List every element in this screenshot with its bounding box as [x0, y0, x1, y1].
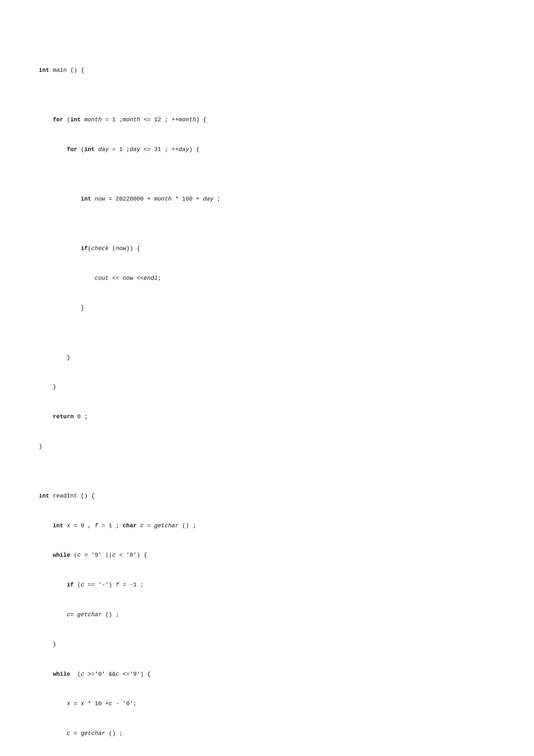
var-f: f	[95, 523, 98, 529]
var-c6: c	[81, 671, 84, 677]
var-day: day	[98, 146, 109, 153]
keyword-int2: int	[84, 146, 94, 153]
code-line: if (c == '-') f = -1 ;	[39, 580, 495, 590]
code-line: x = x * 10 +c - '0';	[39, 699, 495, 709]
var-month3: month	[178, 117, 196, 123]
code-line: }	[39, 303, 495, 313]
code-line: }	[39, 382, 495, 392]
var-endl: endl	[144, 275, 157, 282]
keyword-int: int	[70, 117, 81, 123]
var-day4: day	[203, 196, 213, 202]
code-display: int main () { for (int month = 1 ;month …	[39, 26, 495, 756]
code-line: int readInt () {	[39, 491, 495, 501]
code-line: c= getchar () ;	[39, 610, 495, 620]
var-c8: c	[109, 700, 112, 707]
keyword-return: return	[53, 414, 74, 420]
keyword-int3: int	[81, 196, 91, 202]
var-x2: x	[67, 700, 70, 707]
var-getchar2: getchar	[77, 611, 102, 618]
code-line: }	[39, 353, 495, 363]
keyword-int: int	[39, 67, 49, 73]
var-day2: day	[130, 146, 140, 153]
keyword-int4: int	[39, 493, 49, 499]
keyword-for: for	[53, 117, 63, 123]
var-check: check	[91, 245, 109, 252]
var-getchar: getchar	[154, 523, 179, 529]
var-c: c	[140, 523, 144, 529]
var-c2: c	[77, 552, 81, 558]
keyword-for2: for	[67, 146, 77, 153]
var-c7: c	[116, 671, 120, 677]
var-getchar3: getchar	[81, 730, 105, 737]
code-line: cout << now <<endl;	[39, 273, 495, 284]
var-cout: cout	[95, 275, 109, 282]
code-line: while (c >='0' &&c <='9') {	[39, 669, 495, 679]
keyword-if2: if	[67, 581, 74, 588]
var-c3: c	[112, 552, 116, 558]
code-line: return 0 ;	[39, 412, 495, 422]
var-month: month	[84, 117, 101, 123]
code-line: c = getchar () ;	[39, 728, 495, 739]
var-day3: day	[178, 146, 189, 153]
code-line: int main () {	[39, 65, 495, 75]
code-line: while (c > '9' ||c < '0') {	[39, 550, 495, 560]
keyword-char: char	[122, 523, 137, 529]
code-line: int x = 0 , f = 1 ; char c = getchar () …	[39, 521, 495, 531]
code-line: int now = 20220000 + month * 100 + day ;	[39, 194, 495, 204]
keyword-while2: while	[53, 671, 70, 677]
var-c5: c	[67, 611, 70, 618]
var-now3: now	[122, 275, 133, 282]
code-line: }	[39, 442, 495, 452]
code-line: if(check (now)) {	[39, 244, 495, 254]
var-x: x	[67, 523, 70, 529]
var-f2: f	[116, 581, 120, 588]
var-now2: now	[116, 245, 126, 252]
code-line: for (int day = 1 ;day <= 31 ; ++day) {	[39, 145, 495, 155]
var-c9: c	[67, 730, 70, 737]
code-line: for (int month = 1 ;month <= 12 ; ++mont…	[39, 115, 495, 125]
code-line: }	[39, 639, 495, 650]
keyword-if: if	[81, 245, 88, 252]
var-x3: x	[81, 700, 84, 707]
var-month2: month	[122, 117, 140, 123]
var-month4: month	[154, 196, 172, 202]
keyword-int5: int	[53, 523, 63, 529]
keyword-while: while	[53, 552, 70, 558]
var-c4: c	[81, 581, 84, 588]
var-now: now	[95, 196, 105, 202]
